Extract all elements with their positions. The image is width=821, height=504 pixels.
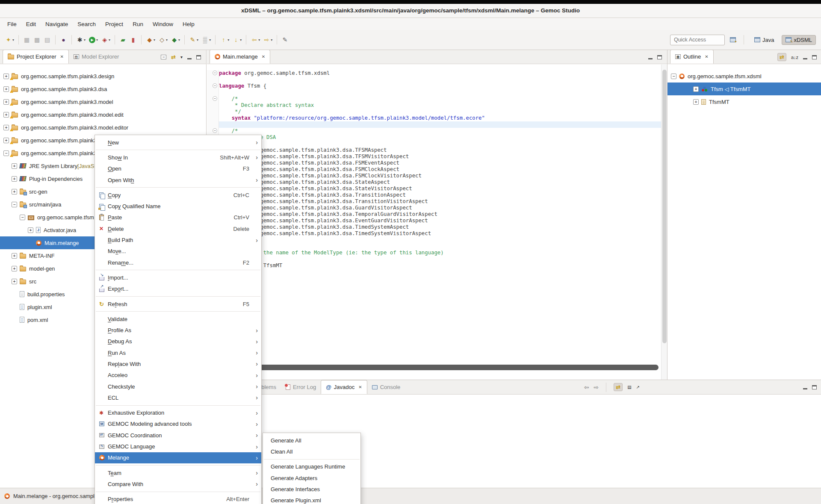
context-menu-item-melange[interactable]: Melange› bbox=[95, 452, 261, 463]
tree-item-org-gemoc-sample-tfsm-plaink3-model-editor[interactable]: +org.gemoc.sample.tfsm.plaink3.model.edi… bbox=[0, 121, 206, 134]
toolbar-back-button[interactable]: ⇦▾ bbox=[249, 35, 261, 45]
context-menu-item-ecl[interactable]: ECL› bbox=[95, 392, 261, 403]
view-menu-icon[interactable]: ▾ bbox=[180, 55, 183, 59]
context-menu-item-gemoc-coordination[interactable]: GEMOC Coordination› bbox=[95, 430, 261, 441]
expander-icon[interactable]: + bbox=[693, 86, 699, 92]
toolbar-new-java-project-button[interactable]: ◆▾ bbox=[145, 35, 157, 45]
toolbar-next-annotation-button[interactable]: ↓▾ bbox=[231, 35, 243, 45]
toolbar-external-tools-button[interactable]: ◈▾ bbox=[100, 35, 112, 45]
submenu-item-generate-plugin-xml[interactable]: Generate Plugin.xml bbox=[263, 495, 360, 504]
context-menu-item-debug-as[interactable]: Debug As› bbox=[95, 336, 261, 347]
sort-az-icon[interactable]: a↓z bbox=[791, 55, 798, 60]
toolbar-toggle-mark-occurrences-button[interactable]: ▒▾ bbox=[200, 35, 212, 45]
expander-icon[interactable]: + bbox=[3, 99, 9, 105]
menubar-project[interactable]: Project bbox=[100, 19, 128, 29]
minimize-icon[interactable] bbox=[648, 58, 653, 59]
maximize-icon[interactable] bbox=[196, 55, 201, 59]
context-menu-item-open[interactable]: OpenF3 bbox=[95, 163, 261, 174]
expander-icon[interactable]: + bbox=[3, 112, 9, 118]
menubar-navigate[interactable]: Navigate bbox=[41, 19, 73, 29]
fold-collapse-icon[interactable]: − bbox=[213, 128, 217, 133]
toolbar-pin-editor-button[interactable]: ✎ bbox=[280, 35, 290, 45]
maximize-icon[interactable] bbox=[812, 55, 817, 59]
maximize-icon[interactable] bbox=[812, 385, 817, 389]
toolbar-new-java-element-button[interactable]: ✱▾ bbox=[75, 35, 87, 45]
tree-item-tfsmmt[interactable]: +TfsmMT bbox=[667, 95, 821, 108]
menubar-edit[interactable]: Edit bbox=[21, 19, 41, 29]
menubar-file[interactable]: File bbox=[3, 19, 21, 29]
tab-model-explorer[interactable]: ▤ Model Explorer bbox=[69, 50, 124, 64]
context-menu-item-gemoc-modeling-advanced-tools[interactable]: GEMOC Modeling advanced tools› bbox=[95, 419, 261, 430]
toolbar-junit-button[interactable]: ▮ bbox=[128, 35, 138, 45]
forward-icon[interactable]: ⇨ bbox=[594, 384, 599, 391]
toolbar-previous-annotation-button[interactable]: ↑▾ bbox=[219, 35, 230, 45]
submenu-item-generate-interfaces[interactable]: Generate Interfaces bbox=[263, 483, 360, 495]
expander-icon[interactable]: − bbox=[3, 150, 9, 156]
close-icon[interactable]: ✕ bbox=[60, 54, 63, 59]
context-menu-item-checkstyle[interactable]: Checkstyle› bbox=[95, 381, 261, 392]
menubar-search[interactable]: Search bbox=[73, 19, 100, 29]
toolbar-java-application-button[interactable]: ● bbox=[59, 35, 68, 45]
tree-item-tfsm-tfsmmt[interactable]: +Tfsm ◁ TfsmMT bbox=[667, 83, 821, 95]
expander-icon[interactable]: + bbox=[12, 176, 17, 182]
submenu-item-clean-all[interactable]: Clean All bbox=[263, 446, 360, 457]
context-menu-item-rename[interactable]: Rename...F2 bbox=[95, 257, 261, 268]
context-menu-item-gemoc-language[interactable]: GEMOC Language› bbox=[95, 441, 261, 452]
context-menu-item-open-with[interactable]: Open With› bbox=[95, 174, 261, 186]
tab-project-explorer[interactable]: Project Explorer ✕ bbox=[3, 50, 69, 64]
toolbar-new-package-button[interactable]: ◇▾ bbox=[157, 35, 169, 45]
minimize-icon[interactable] bbox=[803, 388, 807, 389]
editor-vertical-scrollbar[interactable] bbox=[661, 65, 667, 380]
fold-collapse-icon[interactable]: − bbox=[213, 71, 217, 75]
toolbar-print-button[interactable]: ▤ bbox=[42, 35, 52, 45]
context-menu-item-copy[interactable]: CopyCtrl+C bbox=[95, 189, 261, 200]
menubar-window[interactable]: Window bbox=[148, 19, 178, 29]
xdsml-perspective-button[interactable]: ✎xDSML bbox=[782, 35, 816, 45]
context-menu-item-show-in[interactable]: Show InShift+Alt+W› bbox=[95, 152, 261, 163]
expander-icon[interactable]: − bbox=[671, 74, 676, 79]
editor-horizontal-scrollbar[interactable] bbox=[216, 365, 659, 370]
open-declaration-icon[interactable]: ↗ bbox=[636, 385, 640, 389]
tree-item-org-gemoc-sample-tfsm-xdsml[interactable]: −org.gemoc.sample.tfsm.xdsml bbox=[667, 70, 821, 83]
minimize-icon[interactable] bbox=[187, 58, 192, 59]
context-menu-item-acceleo[interactable]: Acceleo› bbox=[95, 370, 261, 381]
expander-icon[interactable]: + bbox=[3, 138, 9, 143]
expander-icon[interactable]: + bbox=[28, 227, 33, 233]
context-menu-item-team[interactable]: Team› bbox=[95, 467, 261, 478]
context-menu-item-validate[interactable]: Validate bbox=[95, 313, 261, 324]
context-menu-item-move[interactable]: Move... bbox=[95, 246, 261, 257]
close-icon[interactable]: ✕ bbox=[358, 385, 362, 389]
expander-icon[interactable]: + bbox=[3, 86, 9, 92]
context-menu-item-run-as[interactable]: Run As› bbox=[95, 347, 261, 358]
open-perspective-button[interactable]: ✦ bbox=[729, 35, 737, 44]
tab-main-melange[interactable]: Main.melange ✕ bbox=[210, 50, 270, 64]
context-menu-item-exhaustive-exploration[interactable]: ✱Exhaustive Exploration› bbox=[95, 407, 261, 419]
menubar-help[interactable]: Help bbox=[178, 19, 199, 29]
toolbar-new-class-button[interactable]: ◆▾ bbox=[169, 35, 181, 45]
submenu-item-generate-all[interactable]: Generate All bbox=[263, 435, 360, 446]
tab-error-log[interactable]: Error Log bbox=[281, 380, 321, 394]
link-with-editor-icon[interactable]: ⇄ bbox=[171, 54, 176, 60]
show-source-icon[interactable]: ▤ bbox=[627, 385, 631, 389]
tree-item-org-gemoc-sample-tfsm-plaink3-design[interactable]: +org.gemoc.sample.tfsm.plaink3.design bbox=[0, 70, 206, 83]
toolbar-java-search-button[interactable]: ✎▾ bbox=[188, 35, 200, 45]
expander-icon[interactable]: + bbox=[12, 163, 17, 169]
tree-item-org-gemoc-sample-tfsm-plaink3-model[interactable]: +org.gemoc.sample.tfsm.plaink3.model bbox=[0, 95, 206, 108]
menubar-run[interactable]: Run bbox=[128, 19, 148, 29]
code-editor[interactable]: −package org.gemoc.sample.tfsm.xdsml−lan… bbox=[207, 65, 661, 380]
java-perspective-button[interactable]: Java bbox=[750, 35, 778, 45]
context-menu-item-import[interactable]: Import... bbox=[95, 272, 261, 283]
context-menu-item-new[interactable]: New› bbox=[95, 137, 261, 148]
context-menu-item-properties[interactable]: PropertiesAlt+Enter bbox=[95, 494, 261, 504]
maximize-icon[interactable] bbox=[657, 55, 662, 59]
context-menu-item-export[interactable]: Export... bbox=[95, 283, 261, 295]
expander-icon[interactable]: + bbox=[12, 189, 17, 195]
collapse-all-icon[interactable]: − bbox=[161, 55, 166, 59]
link-with-editor-icon[interactable]: ⇄ bbox=[777, 53, 786, 61]
tree-item-org-gemoc-sample-tfsm-plaink3-dsa[interactable]: +org.gemoc.sample.tfsm.plaink3.dsa bbox=[0, 83, 206, 95]
expander-icon[interactable]: + bbox=[693, 99, 699, 105]
scrollbar-thumb[interactable] bbox=[662, 70, 667, 343]
expander-icon[interactable]: + bbox=[3, 74, 9, 79]
submenu-item-generate-adapters[interactable]: Generate Adapters bbox=[263, 472, 360, 483]
expander-icon[interactable]: + bbox=[12, 266, 17, 271]
